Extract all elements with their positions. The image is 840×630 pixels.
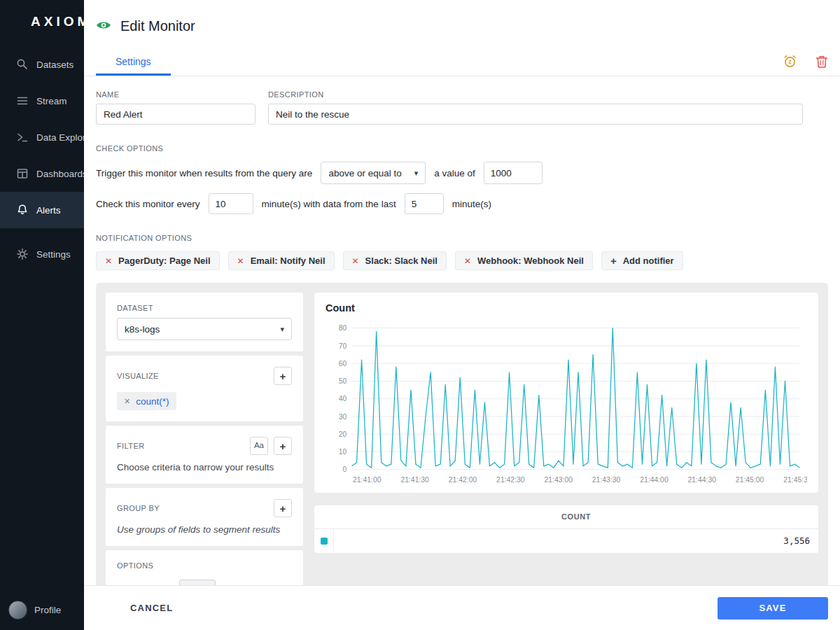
svg-text:21:42:00: 21:42:00 bbox=[449, 476, 477, 484]
query-builder-panel: DATASET k8s-logs ▾ VISUALIZE + ✕ bbox=[96, 283, 828, 585]
bell-icon bbox=[16, 204, 29, 216]
stream-icon bbox=[16, 94, 29, 107]
save-button[interactable]: SAVE bbox=[718, 597, 828, 620]
sidebar-nav: Datasets Stream Data Explorer Dashboards bbox=[0, 46, 84, 272]
order-by-auto-button[interactable]: auto bbox=[179, 580, 216, 585]
monitor-form: NAME DESCRIPTION CHECK OPTIONS Trigger t… bbox=[84, 90, 840, 270]
cancel-button[interactable]: CANCEL bbox=[130, 603, 173, 613]
notifier-chip-pagerduty[interactable]: ✕ PagerDuty: Page Neil bbox=[96, 251, 220, 270]
table-header-row: COUNT bbox=[314, 505, 818, 529]
search-icon bbox=[16, 58, 29, 71]
notification-options-label: NOTIFICATION OPTIONS bbox=[96, 234, 828, 242]
threshold-input[interactable] bbox=[484, 162, 542, 184]
svg-text:0: 0 bbox=[342, 465, 346, 473]
description-input[interactable] bbox=[268, 104, 803, 125]
dataset-section: DATASET k8s-logs ▾ bbox=[106, 293, 303, 351]
sidebar: AXIOM Datasets Stream Data Explorer bbox=[0, 0, 84, 630]
snooze-button[interactable]: z bbox=[783, 54, 797, 69]
svg-text:z: z bbox=[788, 58, 791, 65]
count-value: 3,556 bbox=[334, 536, 818, 546]
dataset-value: k8s-logs bbox=[125, 324, 160, 335]
count-chart: 0102030405060708021:41:0021:41:3021:42:0… bbox=[326, 318, 807, 487]
svg-text:21:45:00: 21:45:00 bbox=[736, 476, 764, 484]
svg-text:21:44:00: 21:44:00 bbox=[640, 476, 668, 484]
trigger-row: Trigger this monitor when results from t… bbox=[96, 162, 828, 184]
remove-icon[interactable]: ✕ bbox=[237, 257, 244, 265]
schedule-row: Check this monitor every minute(s) with … bbox=[96, 193, 828, 214]
tab-settings[interactable]: Settings bbox=[96, 48, 171, 76]
sidebar-item-label: Data Explorer bbox=[36, 132, 84, 143]
count-column-header: COUNT bbox=[334, 512, 818, 521]
profile-button[interactable]: Profile bbox=[0, 589, 84, 630]
sidebar-item-label: Settings bbox=[36, 249, 71, 260]
svg-text:10: 10 bbox=[339, 448, 347, 456]
page-header: Edit Monitor bbox=[84, 0, 840, 34]
tabs-row: Settings z bbox=[84, 48, 840, 76]
filter-label: FILTER bbox=[117, 442, 144, 450]
options-label: OPTIONS bbox=[117, 561, 292, 570]
svg-text:80: 80 bbox=[339, 324, 347, 332]
visualize-label: VISUALIZE bbox=[117, 372, 159, 380]
sidebar-item-settings[interactable]: Settings bbox=[0, 236, 84, 272]
case-sensitivity-button[interactable]: Aa bbox=[250, 437, 268, 455]
dataset-label: DATASET bbox=[117, 304, 292, 312]
sidebar-item-data-explorer[interactable]: Data Explorer bbox=[0, 119, 84, 155]
sidebar-item-datasets[interactable]: Datasets bbox=[0, 46, 84, 83]
svg-text:20: 20 bbox=[339, 430, 347, 438]
interval-input[interactable] bbox=[209, 193, 253, 214]
visualization-chip[interactable]: ✕ count(*) bbox=[117, 392, 176, 410]
chart-card: Count 0102030405060708021:41:0021:41:302… bbox=[314, 293, 818, 493]
svg-text:21:44:30: 21:44:30 bbox=[688, 476, 717, 484]
app-logo[interactable]: AXIOM bbox=[0, 0, 84, 46]
remove-icon[interactable]: ✕ bbox=[124, 398, 130, 405]
remove-icon[interactable]: ✕ bbox=[352, 257, 359, 265]
avatar bbox=[8, 601, 27, 620]
remove-icon[interactable]: ✕ bbox=[464, 257, 471, 265]
plus-icon: + bbox=[610, 255, 617, 266]
gear-icon bbox=[16, 248, 29, 260]
dataset-select[interactable]: k8s-logs ▾ bbox=[117, 318, 292, 340]
notifier-chip-email[interactable]: ✕ Email: Notify Neil bbox=[228, 251, 335, 270]
name-label: NAME bbox=[96, 90, 255, 99]
name-input[interactable] bbox=[96, 104, 255, 125]
comparison-value: above or equal to bbox=[328, 168, 401, 178]
svg-text:30: 30 bbox=[339, 413, 347, 421]
add-notifier-button[interactable]: + Add notifier bbox=[601, 251, 683, 270]
svg-text:50: 50 bbox=[339, 377, 347, 385]
main-content: Edit Monitor Settings z NAME bbox=[84, 0, 840, 585]
filter-section: FILTER Aa + Choose criteria to narrow yo… bbox=[106, 426, 303, 484]
filter-hint: Choose criteria to narrow your results bbox=[117, 462, 292, 472]
add-filter-button[interactable]: + bbox=[274, 437, 292, 455]
notifier-chip-webhook[interactable]: ✕ Webhook: Webhook Neil bbox=[455, 251, 593, 270]
trigger-text-1: Trigger this monitor when results from t… bbox=[96, 168, 312, 178]
sidebar-item-dashboards[interactable]: Dashboards bbox=[0, 155, 84, 192]
result-table: COUNT 3,556 bbox=[314, 505, 818, 553]
sidebar-item-label: Dashboards bbox=[36, 169, 84, 179]
check-text-3: minute(s) bbox=[452, 199, 491, 209]
sidebar-item-label: Datasets bbox=[36, 59, 74, 70]
chevron-down-icon: ▾ bbox=[414, 169, 419, 178]
comparison-select[interactable]: above or equal to ▾ bbox=[321, 162, 426, 184]
add-visualization-button[interactable]: + bbox=[274, 367, 292, 385]
check-text-2: minute(s) with data from the last bbox=[262, 199, 396, 209]
svg-text:21:41:00: 21:41:00 bbox=[353, 476, 382, 484]
notifier-label: PagerDuty: Page Neil bbox=[118, 255, 211, 266]
range-input[interactable] bbox=[405, 193, 444, 214]
svg-text:70: 70 bbox=[339, 342, 347, 350]
profile-label: Profile bbox=[34, 605, 61, 615]
add-notifier-label: Add notifier bbox=[623, 255, 674, 266]
table-row[interactable]: 3,556 bbox=[314, 529, 818, 553]
add-group-by-button[interactable]: + bbox=[274, 499, 292, 517]
main-area: Edit Monitor Settings z NAME bbox=[84, 0, 840, 630]
sidebar-item-alerts[interactable]: Alerts bbox=[0, 192, 84, 228]
delete-button[interactable] bbox=[816, 55, 828, 69]
check-options-label: CHECK OPTIONS bbox=[96, 144, 828, 153]
notifier-chip-slack[interactable]: ✕ Slack: Slack Neil bbox=[343, 251, 447, 270]
footer-bar: CANCEL SAVE bbox=[84, 585, 840, 630]
notifier-label: Webhook: Webhook Neil bbox=[477, 255, 584, 266]
page-title: Edit Monitor bbox=[120, 18, 195, 34]
header-actions: z bbox=[783, 54, 828, 76]
remove-icon[interactable]: ✕ bbox=[105, 257, 112, 265]
sidebar-item-stream[interactable]: Stream bbox=[0, 83, 84, 119]
query-results: Count 0102030405060708021:41:0021:41:302… bbox=[314, 293, 818, 553]
